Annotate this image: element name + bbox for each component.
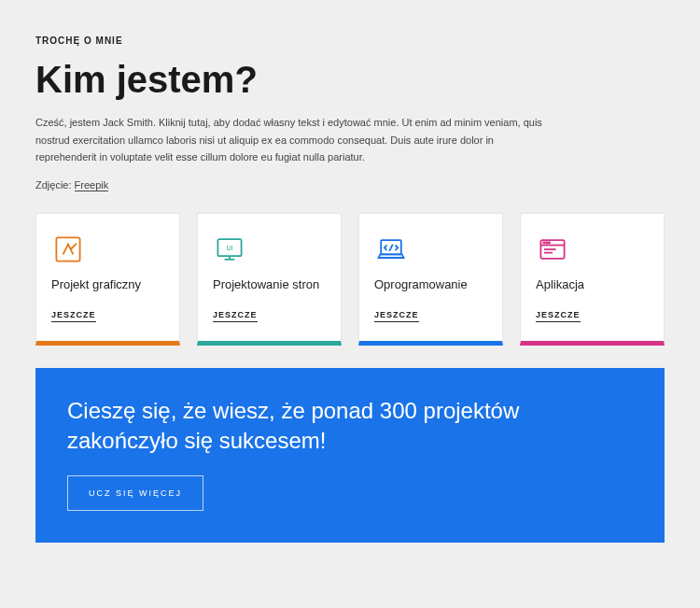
intro-paragraph: Cześć, jestem Jack Smith. Kliknij tutaj,… [35,114,549,166]
card-more-link[interactable]: JESZCZE [374,310,419,322]
card-web-design: UI Projektowanie stron JESZCZE [197,213,342,346]
learn-more-button[interactable]: UCZ SIĘ WIĘCEJ [67,475,203,511]
card-title: Oprogramowanie [374,277,487,293]
svg-text:UI: UI [226,244,232,252]
svg-rect-0 [56,237,79,261]
card-title: Aplikacja [536,277,649,293]
card-more-link[interactable]: JESZCZE [213,310,258,322]
card-title: Projekt graficzny [51,277,164,293]
svg-point-9 [546,242,547,243]
card-more-link[interactable]: JESZCZE [51,310,96,322]
page-title: Kim jestem? [35,59,665,101]
credit-label: Zdjęcie: [35,179,75,191]
svg-point-8 [543,242,544,243]
laptop-code-icon [374,233,408,266]
card-application: Aplikacja JESZCZE [520,213,665,346]
pen-tool-icon [51,233,85,266]
cta-banner: Cieszę się, że wiesz, że ponad 300 proje… [35,368,665,543]
svg-point-10 [549,242,550,243]
card-more-link[interactable]: JESZCZE [536,310,581,322]
window-app-icon [536,233,569,266]
card-software: Oprogramowanie JESZCZE [358,213,503,346]
credit-link[interactable]: Freepik [75,179,109,191]
card-title: Projektowanie stron [213,277,326,293]
monitor-ui-icon: UI [213,233,246,266]
cta-heading: Cieszę się, że wiesz, że ponad 300 proje… [67,396,633,457]
service-cards: Projekt graficzny JESZCZE UI Projektowan… [35,213,665,346]
image-credit: Zdjęcie: Freepik [35,179,665,191]
eyebrow-text: TROCHĘ O MNIE [35,35,665,46]
card-graphic-design: Projekt graficzny JESZCZE [35,213,180,346]
